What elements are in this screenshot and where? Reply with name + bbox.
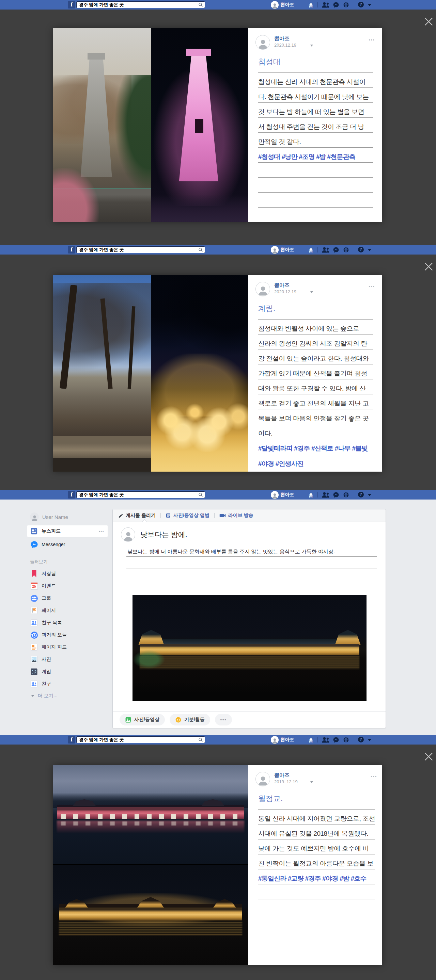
search-icon[interactable]	[198, 492, 203, 497]
home-link[interactable]: 홈	[308, 247, 313, 253]
post-hashtags[interactable]: #달빛테라피 #경주 #산책로 #나무 #불빛	[258, 439, 373, 454]
search-input[interactable]	[77, 737, 205, 743]
messages-icon[interactable]	[333, 492, 339, 498]
messages-icon[interactable]	[333, 737, 339, 743]
facebook-logo[interactable]: f	[68, 246, 75, 253]
search-icon[interactable]	[198, 247, 203, 252]
sidebar-item-saved[interactable]: 저장됨	[27, 568, 108, 580]
photo-woljeonggyo-night[interactable]	[53, 865, 248, 965]
notifications-icon[interactable]	[343, 492, 349, 498]
newsfeed-options-button[interactable]: •••	[99, 529, 104, 533]
screen-post-cheomseongdae: f 뽑아조 홈 ?	[0, 0, 436, 245]
sidebar-item-friend-lists[interactable]: 친구 목록	[27, 617, 108, 629]
post-title: 첨성대	[258, 57, 373, 67]
photo-cheomseongdae-night[interactable]	[151, 28, 248, 222]
messages-icon[interactable]	[333, 247, 339, 253]
facebook-logo[interactable]: f	[68, 1, 75, 8]
notifications-icon[interactable]	[343, 737, 349, 743]
search-input[interactable]	[77, 2, 205, 8]
composer-title-text[interactable]: 낮보다는 밤에.	[141, 530, 187, 539]
friend-requests-icon[interactable]	[321, 492, 330, 498]
profile-menu[interactable]: 뽑아조	[271, 246, 294, 254]
notifications-icon[interactable]	[343, 2, 349, 8]
close-icon[interactable]	[424, 17, 433, 26]
post-avatar[interactable]	[256, 282, 270, 296]
more-actions-button[interactable]: •••	[215, 714, 232, 725]
post-text-line: 친 반짝이는 월정교의 아름다운 모습을 보	[258, 854, 375, 869]
friend-requests-icon[interactable]	[321, 2, 330, 8]
tab-create-post[interactable]: 게시물 올리기	[118, 512, 156, 519]
search-bar[interactable]	[76, 737, 205, 743]
photo-woljeonggyo-attached[interactable]	[133, 595, 367, 701]
friend-requests-icon[interactable]	[321, 247, 330, 253]
search-input[interactable]	[77, 492, 205, 498]
account-caret-icon[interactable]	[368, 494, 371, 498]
post-hashtags[interactable]: #통일신라 #교량 #경주 #야경 #밤 #호수	[258, 869, 375, 885]
post-author[interactable]: 뽑아조	[274, 282, 289, 288]
search-bar[interactable]	[76, 492, 205, 498]
profile-menu[interactable]: 뽑아조	[271, 1, 294, 9]
post-hashtags[interactable]: #야경 #인생사진	[258, 454, 373, 469]
tab-live-broadcast[interactable]: 라이브 방송	[219, 512, 254, 519]
post-author[interactable]: 뽑아조	[274, 772, 289, 778]
photo-woljeonggyo-twilight[interactable]	[53, 765, 248, 864]
sidebar-item-friends[interactable]: 친구	[27, 678, 108, 690]
facebook-logo[interactable]: f	[68, 736, 75, 743]
sidebar-see-more[interactable]: 더 보기...	[27, 690, 108, 702]
screen-post-woljeonggyo: f 뽑아조 홈 ?	[0, 735, 436, 980]
post-avatar[interactable]	[256, 35, 270, 50]
help-icon[interactable]: ?	[358, 492, 364, 498]
sidebar-item-games[interactable]: 게임	[27, 666, 108, 678]
photo-gyerim-night[interactable]	[151, 275, 248, 472]
search-bar[interactable]	[76, 247, 205, 253]
messages-icon[interactable]	[333, 2, 339, 8]
account-caret-icon[interactable]	[368, 739, 371, 743]
sidebar-item-pages[interactable]: 페이지	[27, 605, 108, 617]
account-caret-icon[interactable]	[368, 249, 371, 253]
profile-menu[interactable]: 뽑아조	[271, 736, 294, 744]
tab-photo-video-album[interactable]: 사진/동영상 앨범	[166, 512, 209, 519]
help-icon[interactable]: ?	[358, 737, 364, 743]
sidebar-item-newsfeed[interactable]: 뉴스피드 •••	[27, 525, 108, 537]
home-link[interactable]: 홈	[308, 737, 313, 743]
post-options-button[interactable]: •••	[369, 285, 375, 289]
photo-layer	[151, 373, 248, 452]
add-photo-video-button[interactable]: 사진/동영상	[120, 714, 165, 725]
caret-down-icon[interactable]	[310, 291, 313, 295]
search-input[interactable]	[77, 247, 205, 253]
close-icon[interactable]	[424, 752, 433, 761]
search-icon[interactable]	[198, 2, 203, 7]
caret-down-icon[interactable]	[310, 781, 313, 785]
photo-cheomseongdae-day[interactable]	[53, 28, 151, 222]
post-avatar[interactable]	[256, 772, 270, 786]
post-options-button[interactable]: •••	[371, 775, 377, 779]
add-feeling-activity-button[interactable]: 기분/활동	[169, 714, 210, 725]
facebook-logo[interactable]: f	[68, 491, 75, 498]
sidebar-item-groups[interactable]: 그룹	[27, 592, 108, 605]
search-bar[interactable]	[76, 2, 205, 8]
post-date: 2020.12.19	[274, 43, 296, 48]
home-link[interactable]: 홈	[308, 492, 313, 498]
close-icon[interactable]	[424, 262, 433, 271]
search-icon[interactable]	[198, 737, 203, 742]
post-hashtags[interactable]: #첨성대 #낭만 #조명 #밤 #천문관측	[258, 148, 373, 163]
post-options-button[interactable]: •••	[369, 38, 375, 43]
friend-requests-icon[interactable]	[321, 737, 330, 743]
sidebar-item-memories[interactable]: 과거의 오늘	[27, 629, 108, 641]
home-link[interactable]: 홈	[308, 2, 313, 8]
notifications-icon[interactable]	[343, 247, 349, 253]
composer-body-text[interactable]: 낮보다는 밤에 더 아름다운 문화재와 배부를 틈을 주지 않는 맛있는 음식으…	[126, 544, 377, 557]
help-icon[interactable]: ?	[358, 247, 364, 253]
sidebar-item-pages-feed[interactable]: 페이지 피드	[27, 641, 108, 653]
sidebar-item-photos[interactable]: 사진	[27, 653, 108, 666]
caret-down-icon[interactable]	[310, 45, 313, 48]
post-author[interactable]: 뽑아조	[274, 35, 289, 42]
photo-gyerim-day[interactable]	[53, 275, 151, 472]
sidebar-profile[interactable]: User Name	[27, 512, 108, 522]
sidebar-item-messenger[interactable]: Messenger	[27, 538, 108, 550]
sidebar-item-events[interactable]: 25 이벤트	[27, 580, 108, 592]
account-caret-icon[interactable]	[368, 4, 371, 8]
help-icon[interactable]: ?	[358, 2, 364, 8]
composer-body[interactable]: 낮보다는 밤에 더 아름다운 문화재와 배부를 틈을 주지 않는 맛있는 음식으…	[126, 544, 377, 581]
profile-menu[interactable]: 뽑아조	[271, 491, 294, 499]
